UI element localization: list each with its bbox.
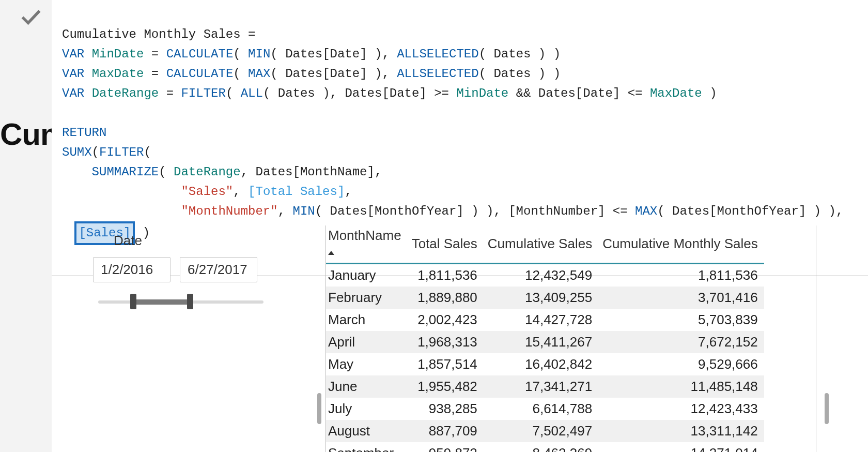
table-row[interactable]: February1,889,88013,409,2553,701,416 — [326, 287, 764, 309]
table-cell: 15,411,267 — [484, 331, 598, 353]
table-cell: 1,811,536 — [408, 264, 484, 287]
col-header-monthname[interactable]: MonthName — [326, 225, 408, 264]
sort-asc-icon — [328, 251, 334, 255]
scroll-handle-left[interactable] — [317, 393, 321, 424]
kw-var: VAR — [62, 47, 84, 61]
table-cell: 959,872 — [408, 442, 484, 452]
table-cell: 5,703,839 — [598, 309, 764, 331]
table-cell: 8,462,369 — [484, 442, 598, 452]
col-header-total-sales[interactable]: Total Sales — [408, 225, 484, 264]
table-cell: 1,857,514 — [408, 353, 484, 375]
table-row[interactable]: July938,2856,614,78812,423,433 — [326, 398, 764, 420]
table-cell: 12,432,549 — [484, 264, 598, 287]
slider-thumb-from[interactable] — [130, 294, 136, 309]
table-cell: 12,423,433 — [598, 398, 764, 420]
table-cell: 9,529,666 — [598, 353, 764, 375]
date-from-input[interactable]: 1/2/2016 — [93, 257, 171, 282]
table-cell: 17,341,271 — [484, 375, 598, 398]
formula-line: Cumulative Monthly Sales = — [62, 27, 255, 41]
var-name: MinDate — [92, 47, 144, 61]
table-cell: 13,311,142 — [598, 420, 764, 442]
table-row[interactable]: May1,857,51416,402,8429,529,666 — [326, 353, 764, 375]
table-row[interactable]: September959,8728,462,36914,271,014 — [326, 442, 764, 452]
slider-active-range — [133, 299, 190, 305]
table-cell: 16,402,842 — [484, 353, 598, 375]
table-cell: June — [326, 375, 408, 398]
table-row[interactable]: June1,955,48217,341,27111,485,148 — [326, 375, 764, 398]
table-cell: 11,485,148 — [598, 375, 764, 398]
table-cell: March — [326, 309, 408, 331]
table-cell: May — [326, 353, 408, 375]
table-row[interactable]: April1,968,31315,411,2677,672,152 — [326, 331, 764, 353]
scroll-handle-right[interactable] — [825, 393, 829, 424]
table-cell: 7,672,152 — [598, 331, 764, 353]
table-cell: 938,285 — [408, 398, 484, 420]
table-row[interactable]: August887,7097,502,49713,311,142 — [326, 420, 764, 442]
table-cell: 1,811,536 — [598, 264, 764, 287]
left-gutter — [0, 0, 52, 452]
table-row[interactable]: March2,002,42314,427,7285,703,839 — [326, 309, 764, 331]
page-title-truncated: Cum — [0, 116, 52, 152]
date-slider[interactable] — [98, 296, 264, 308]
table-cell: 2,002,423 — [408, 309, 484, 331]
slicer-label: Date — [114, 233, 279, 249]
table-cell: April — [326, 331, 408, 353]
date-to-input[interactable]: 6/27/2017 — [180, 257, 257, 282]
table-cell: 13,409,255 — [484, 287, 598, 309]
table-cell: January — [326, 264, 408, 287]
commit-check-icon[interactable] — [20, 5, 42, 30]
table-cell: 3,701,416 — [598, 287, 764, 309]
table-cell: 7,502,497 — [484, 420, 598, 442]
table-cell: July — [326, 398, 408, 420]
table-visual: MonthName Total Sales Cumulative Sales C… — [326, 225, 816, 452]
table-cell: September — [326, 442, 408, 452]
table-cell: 14,427,728 — [484, 309, 598, 331]
table-cell: 1,889,880 — [408, 287, 484, 309]
table-cell: 14,271,014 — [598, 442, 764, 452]
table-cell: 1,955,482 — [408, 375, 484, 398]
kw-return: RETURN — [62, 126, 106, 140]
table-row[interactable]: January1,811,53612,432,5491,811,536 — [326, 264, 764, 287]
col-header-cumulative-monthly-sales[interactable]: Cumulative Monthly Sales — [598, 225, 764, 264]
table-cell: February — [326, 287, 408, 309]
table-cell: August — [326, 420, 408, 442]
col-header-cumulative-sales[interactable]: Cumulative Sales — [484, 225, 598, 264]
slider-thumb-to[interactable] — [187, 294, 193, 309]
table-cell: 6,614,788 — [484, 398, 598, 420]
table-cell: 1,968,313 — [408, 331, 484, 353]
table-cell: 887,709 — [408, 420, 484, 442]
date-slicer: Date 1/2/2016 6/27/2017 — [93, 233, 279, 308]
